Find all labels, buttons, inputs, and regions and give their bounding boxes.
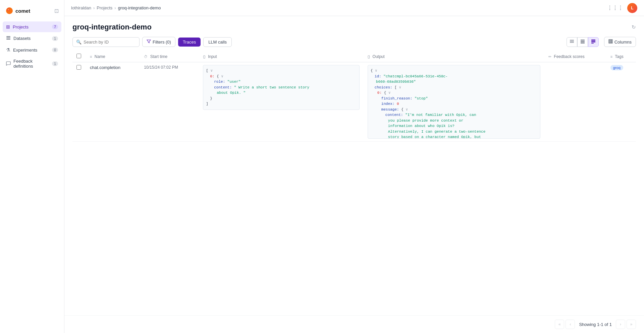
feedback-definitions-icon [6, 61, 11, 67]
table-container: ≡ Name ⏱ Start time {} Input {} Output [64, 51, 644, 315]
svg-rect-6 [570, 40, 574, 41]
svg-rect-12 [591, 40, 595, 41]
svg-rect-16 [610, 40, 611, 43]
feedback-badge: 1 [52, 61, 58, 66]
pagination-last[interactable]: » [627, 320, 636, 329]
search-box[interactable]: 🔍 [72, 37, 140, 47]
row-feedback [544, 62, 606, 142]
columns-label: Columns [614, 40, 632, 45]
toolbar: 🔍 Filters (0) Traces LLM calls [64, 37, 644, 51]
svg-rect-4 [6, 38, 10, 38]
page-header: groq-integration-demo ↻ [64, 16, 644, 37]
datasets-icon [6, 36, 11, 41]
projects-icon: ⊞ [6, 24, 10, 29]
view-expanded-icon[interactable] [588, 37, 599, 47]
topbar: lothiraldan › Projects › groq-integratio… [64, 0, 644, 16]
pagination-next[interactable]: › [616, 320, 625, 329]
sidebar-nav: ⊞ Projects 7 Datasets 1 ⚗ Exp [0, 21, 64, 71]
sidebar-item-label-datasets: Datasets [13, 36, 31, 41]
output-col-icon: {} [368, 55, 370, 59]
row-name: chat.completion [90, 65, 120, 70]
logo: comet [5, 7, 30, 15]
row-checkbox[interactable] [76, 65, 81, 70]
breadcrumb-user[interactable]: lothiraldan [71, 5, 91, 10]
col-header-input: {} Input [199, 51, 364, 62]
refresh-icon[interactable]: ↻ [632, 24, 636, 30]
svg-rect-11 [581, 43, 585, 44]
tags-col-icon: ≡ [610, 55, 612, 59]
svg-rect-14 [591, 43, 594, 44]
breadcrumb-project: groq-integration-demo [118, 5, 161, 10]
columns-button[interactable]: Columns [604, 37, 636, 47]
projects-badge: 7 [52, 24, 58, 29]
traces-table: ≡ Name ⏱ Start time {} Input {} Output [72, 51, 636, 142]
row-output-code: { ∨ id: "chatcmpl-bc045a66-531e-458c- b6… [368, 65, 540, 139]
svg-rect-10 [581, 41, 585, 42]
search-icon: 🔍 [76, 40, 82, 45]
view-compact-icon[interactable] [567, 37, 577, 47]
grid-icon[interactable]: ⋮⋮⋮ [607, 5, 623, 11]
svg-rect-5 [6, 39, 10, 40]
sidebar-item-label-experiments: Experiments [13, 48, 37, 53]
pagination-first[interactable]: « [555, 320, 564, 329]
svg-rect-13 [591, 41, 595, 43]
pagination-info: Showing 1-1 of 1 [579, 322, 612, 327]
breadcrumb-section[interactable]: Projects [97, 5, 112, 10]
breadcrumb-sep-1: › [93, 5, 95, 10]
col-header-tags: ≡ Tags [606, 51, 636, 62]
name-col-icon: ≡ [90, 55, 92, 59]
sidebar-item-projects[interactable]: ⊞ Projects 7 [3, 21, 61, 32]
col-header-feedback: ✏ Feedback scores [544, 51, 606, 62]
search-input[interactable] [84, 40, 136, 45]
pagination: « ‹ Showing 1-1 of 1 › » [64, 315, 644, 333]
svg-rect-8 [570, 42, 574, 43]
sidebar-item-experiments[interactable]: ⚗ Experiments 0 [3, 45, 61, 55]
time-col-icon: ⏱ [144, 55, 148, 59]
tab-llm-calls[interactable]: LLM calls [203, 37, 232, 47]
select-all-checkbox[interactable] [76, 54, 81, 58]
svg-rect-9 [581, 40, 585, 41]
row-input-code: [ ∨ 0: { ∨ role: "user" content: " Write… [203, 65, 360, 110]
datasets-badge: 1 [52, 36, 58, 41]
avatar[interactable]: L [627, 3, 637, 13]
sidebar-toggle-icon[interactable]: ⊡ [54, 8, 59, 14]
view-toggle-group [567, 37, 599, 47]
sidebar-item-feedback-definitions[interactable]: Feedback definitions 1 [3, 56, 61, 71]
filter-button[interactable]: Filters (0) [142, 37, 175, 47]
tab-traces[interactable]: Traces [178, 38, 201, 47]
row-start-time: 10/15/24 07:02 PM [144, 65, 178, 70]
svg-rect-15 [609, 40, 610, 43]
table-row: chat.completion 10/15/24 07:02 PM [ ∨ 0:… [72, 62, 636, 142]
sidebar-logo-area: comet ⊡ [0, 4, 64, 21]
sidebar-item-label-feedback: Feedback definitions [13, 59, 52, 69]
svg-point-2 [8, 9, 9, 10]
input-col-icon: {} [203, 55, 205, 59]
col-header-output: {} Output [364, 51, 544, 62]
sidebar: comet ⊡ ⊞ Projects 7 Datasets [0, 0, 64, 333]
col-header-name: ≡ Name [86, 51, 140, 62]
filter-icon [147, 39, 151, 45]
row-tag-groq: groq [610, 65, 623, 70]
main-content: lothiraldan › Projects › groq-integratio… [64, 0, 644, 333]
page-title: groq-integration-demo [72, 23, 152, 31]
breadcrumb-sep-2: › [114, 5, 116, 10]
sidebar-item-datasets[interactable]: Datasets 1 [3, 33, 61, 44]
pagination-prev[interactable]: ‹ [566, 320, 575, 329]
logo-text: comet [15, 8, 30, 14]
svg-point-0 [6, 7, 13, 14]
breadcrumb: lothiraldan › Projects › groq-integratio… [71, 5, 161, 10]
feedback-col-icon: ✏ [548, 55, 551, 59]
svg-rect-7 [570, 41, 574, 42]
view-list-icon[interactable] [577, 37, 588, 47]
experiments-badge: 0 [52, 48, 58, 52]
sidebar-item-label-projects: Projects [13, 24, 29, 29]
svg-rect-3 [6, 36, 10, 37]
comet-logo-icon [5, 7, 13, 15]
filter-label: Filters (0) [153, 40, 171, 45]
col-header-start-time: ⏱ Start time [140, 51, 199, 62]
columns-icon [608, 39, 613, 45]
experiments-icon: ⚗ [6, 47, 10, 53]
svg-rect-17 [611, 40, 612, 43]
